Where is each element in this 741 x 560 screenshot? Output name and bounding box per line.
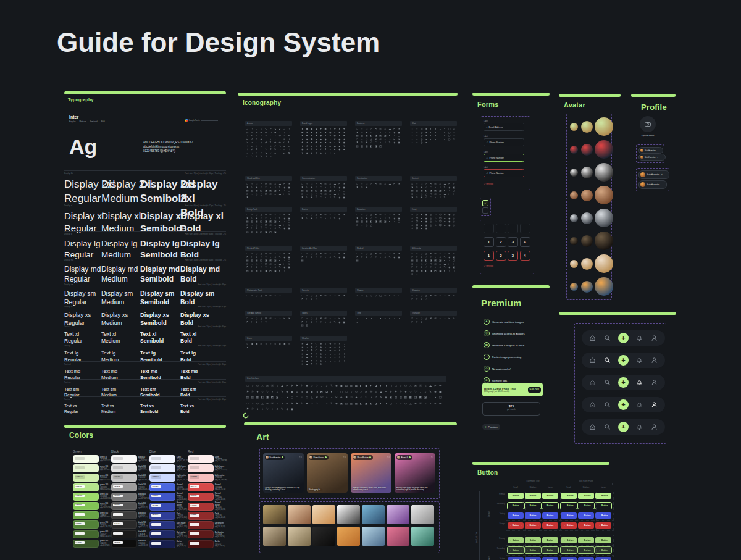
secondary-button[interactable]: ←Button→ <box>507 502 524 509</box>
misc-icon[interactable]: ◪ <box>374 401 379 407</box>
otp-box-error[interactable]: 4 <box>520 251 530 261</box>
plus-button[interactable]: + <box>618 377 629 388</box>
avatar-sm[interactable] <box>570 237 578 245</box>
solid-icon[interactable]: ◆ <box>337 148 342 151</box>
art-thumbnail[interactable] <box>337 527 360 546</box>
misc-icon[interactable]: ⚑ <box>300 196 305 199</box>
misc-icon[interactable]: ✂ <box>282 317 287 320</box>
misc-icon[interactable]: △ <box>359 389 364 395</box>
color-swatch[interactable]: #4056C9 <box>149 493 175 501</box>
shapes-icon[interactable]: ♢ <box>397 294 402 298</box>
misc-icon[interactable]: ✎ <box>388 256 393 259</box>
chat-icon[interactable]: □ <box>452 138 457 141</box>
users-icon[interactable]: ● <box>264 342 269 346</box>
search-icon[interactable] <box>604 422 611 433</box>
misc-icon[interactable]: ○ <box>398 383 403 389</box>
misc-icon[interactable]: ▣ <box>342 320 347 324</box>
misc-icon[interactable]: ▦ <box>255 395 260 401</box>
color-swatch[interactable]: #FBDEDE <box>188 464 214 472</box>
misc-icon[interactable]: ⌂ <box>383 182 388 186</box>
art-user-pill[interactable]: NutriHamster <box>265 455 285 460</box>
misc-icon[interactable]: ✂ <box>447 317 452 320</box>
color-swatch[interactable]: #555555 <box>111 502 137 510</box>
color-swatch[interactable]: #C23F3F <box>188 493 214 501</box>
tertiary-button[interactable]: ←Button→ <box>542 557 558 560</box>
misc-icon[interactable]: ▥ <box>349 401 354 407</box>
misc-icon[interactable]: ♫ <box>328 217 333 220</box>
tertiary-button[interactable]: ←Button→ <box>508 557 524 560</box>
misc-icon[interactable]: ◐ <box>428 395 433 401</box>
tertiary-button[interactable]: ←Button <box>595 557 611 560</box>
misc-icon[interactable]: ⚑ <box>295 401 299 407</box>
misc-icon[interactable]: ♡ <box>319 217 324 220</box>
faces-icon[interactable]: ◎ <box>429 224 433 227</box>
misc-icon[interactable]: ☏ <box>418 401 423 407</box>
username-pill[interactable]: NutriHamster <box>638 180 667 189</box>
art-thumbnail[interactable] <box>387 505 409 524</box>
misc-icon[interactable]: ▥ <box>305 324 310 327</box>
upload-photo-button[interactable] <box>640 116 656 132</box>
misc-icon[interactable]: ⚐ <box>305 256 310 259</box>
misc-icon[interactable]: ◈ <box>392 256 397 259</box>
faces-icon[interactable]: ☹ <box>438 224 443 227</box>
misc-icon[interactable]: ✎ <box>388 141 393 144</box>
time-icon[interactable]: ◑ <box>369 317 374 320</box>
secondary-button[interactable]: ←Button→ <box>524 502 542 509</box>
misc-icon[interactable]: ▦ <box>419 269 424 273</box>
avatar-sm[interactable] <box>570 260 578 268</box>
color-swatch[interactable]: #E6ECFF <box>149 464 175 472</box>
misc-icon[interactable]: △ <box>260 383 265 389</box>
misc-icon[interactable]: ☁ <box>443 294 448 298</box>
misc-icon[interactable]: ▥ <box>250 269 255 273</box>
misc-icon[interactable]: ◨ <box>374 144 379 148</box>
misc-icon[interactable]: ◧ <box>408 395 413 401</box>
arrows-icon[interactable]: ↔ <box>273 151 278 155</box>
misc-icon[interactable]: ○ <box>360 224 365 227</box>
avatar-sm[interactable] <box>570 283 578 291</box>
misc-icon[interactable]: ☏ <box>270 401 275 407</box>
time-icon[interactable]: ◔ <box>392 317 397 320</box>
misc-icon[interactable]: ✎ <box>329 401 334 407</box>
misc-icon[interactable]: ★ <box>364 186 369 190</box>
color-swatch[interactable]: #0D0D0D <box>111 540 137 548</box>
misc-icon[interactable]: ▤ <box>245 230 250 234</box>
misc-icon[interactable]: ✈ <box>438 383 443 389</box>
misc-icon[interactable]: ✂ <box>383 389 388 395</box>
color-swatch[interactable]: #F6F6F6 <box>111 455 137 463</box>
otp-box-filled[interactable]: 3 <box>508 237 518 247</box>
misc-icon[interactable]: ☆ <box>424 196 429 199</box>
profile-icon[interactable] <box>651 377 658 388</box>
misc-icon[interactable]: ▦ <box>254 230 259 234</box>
misc-icon[interactable]: ◨ <box>364 401 369 407</box>
misc-icon[interactable]: ✈ <box>452 317 457 320</box>
like-icon[interactable]: ♡ <box>431 456 433 459</box>
misc-icon[interactable]: △ <box>260 401 265 407</box>
avatar-lg[interactable] <box>595 209 613 227</box>
misc-icon[interactable]: ⚐ <box>250 320 255 324</box>
avatar-md[interactable] <box>581 235 593 247</box>
misc-icon[interactable]: ✈ <box>290 401 295 407</box>
color-swatch[interactable]: #9E9E9E <box>111 483 137 491</box>
avatar-md[interactable] <box>581 144 593 156</box>
misc-icon[interactable]: ◧ <box>259 230 264 234</box>
misc-icon[interactable]: ⚐ <box>299 383 304 389</box>
misc-icon[interactable]: ✉ <box>374 182 379 186</box>
misc-icon[interactable]: ◧ <box>369 144 374 148</box>
shapes-icon[interactable]: ◇ <box>369 294 374 298</box>
color-swatch[interactable]: #1F2966 <box>149 530 175 538</box>
faces-icon[interactable]: ☻ <box>419 227 424 230</box>
misc-icon[interactable]: ◪ <box>273 230 278 234</box>
misc-icon[interactable]: □ <box>410 272 415 276</box>
misc-icon[interactable]: ⚐ <box>305 298 310 301</box>
misc-icon[interactable]: ✈ <box>339 395 344 401</box>
weather-icon[interactable]: ☆ <box>333 359 338 363</box>
misc-icon[interactable]: ⌂ <box>273 317 278 320</box>
misc-icon[interactable]: ⚑ <box>393 389 398 395</box>
misc-icon[interactable]: ⚑ <box>245 320 250 324</box>
misc-icon[interactable]: ⚐ <box>305 217 310 220</box>
shapes-icon[interactable]: ○ <box>355 294 360 298</box>
primary-button[interactable]: ←Button→ <box>508 537 524 543</box>
misc-icon[interactable]: ◐ <box>280 395 285 401</box>
checkbox-unchecked[interactable] <box>482 207 488 214</box>
misc-icon[interactable]: ◨ <box>264 269 269 273</box>
